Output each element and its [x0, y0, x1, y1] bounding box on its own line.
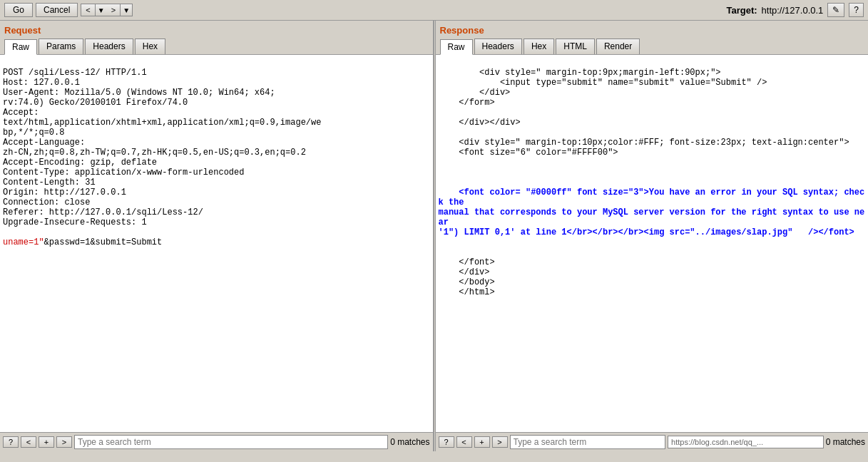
- request-matches: 0 matches: [390, 437, 429, 447]
- request-search-input[interactable]: [74, 435, 388, 449]
- request-payload-normal: &passwd=1&submit=Submit: [44, 237, 163, 247]
- request-body[interactable]: POST /sqli/Less-12/ HTTP/1.1 Host: 127.0…: [0, 55, 433, 432]
- tab-response-raw[interactable]: Raw: [440, 39, 473, 55]
- response-footer: ? < + > https://blog.csdn.net/qq_... 0 m…: [436, 432, 869, 451]
- request-payload-highlight: uname=1": [3, 237, 44, 247]
- help-button[interactable]: ?: [849, 3, 864, 17]
- toolbar-right: Target: http://127.0.0.1 ✎ ?: [726, 3, 864, 17]
- response-panel: Response Raw Headers Hex HTML Render <di…: [436, 21, 869, 451]
- response-next-btn[interactable]: >: [492, 436, 508, 448]
- response-error-line1: <font color= "#0000ff" font size="3">You…: [439, 188, 865, 237]
- response-body[interactable]: <div style=" margin-top:9px;margin-left:…: [436, 55, 869, 432]
- request-panel: Request Raw Params Headers Hex POST /sql…: [0, 21, 434, 451]
- tab-request-headers[interactable]: Headers: [85, 38, 133, 54]
- tab-response-html[interactable]: HTML: [556, 38, 595, 54]
- response-matches: 0 matches: [826, 437, 865, 447]
- response-tabs: Raw Headers Hex HTML Render: [440, 38, 864, 54]
- forward-button[interactable]: >: [107, 4, 121, 16]
- response-header: Response Raw Headers Hex HTML Render: [436, 21, 869, 55]
- cancel-button[interactable]: Cancel: [36, 3, 78, 17]
- request-content-line1: POST /sqli/Less-12/ HTTP/1.1 Host: 127.0…: [3, 68, 321, 227]
- tab-response-render[interactable]: Render: [596, 38, 640, 54]
- tab-request-raw[interactable]: Raw: [4, 39, 37, 55]
- target-label: Target:: [726, 5, 757, 16]
- response-add-btn[interactable]: +: [474, 436, 490, 448]
- request-prev-btn[interactable]: <: [21, 436, 36, 448]
- toolbar: Go Cancel < ▼ > ▼ Target: http://127.0.0…: [0, 0, 868, 21]
- toolbar-left: Go Cancel < ▼ > ▼: [4, 3, 133, 17]
- response-url-display: https://blog.csdn.net/qq_...: [668, 436, 824, 448]
- request-add-btn[interactable]: +: [39, 436, 54, 448]
- back-dropdown[interactable]: ▼: [96, 4, 107, 16]
- forward-dropdown[interactable]: ▼: [121, 4, 132, 16]
- request-tabs: Raw Params Headers Hex: [4, 38, 429, 54]
- tab-request-params[interactable]: Params: [39, 38, 83, 54]
- main-content: Request Raw Params Headers Hex POST /sql…: [0, 21, 868, 451]
- request-title: Request: [4, 24, 429, 38]
- response-content-end: </font> </div> </body> </html>: [439, 257, 495, 297]
- request-footer: ? < + > 0 matches: [0, 432, 433, 451]
- request-help-btn[interactable]: ?: [3, 436, 19, 448]
- response-title: Response: [440, 24, 864, 38]
- back-button[interactable]: <: [81, 4, 95, 16]
- tab-response-headers[interactable]: Headers: [474, 38, 522, 54]
- request-next-btn[interactable]: >: [56, 436, 72, 448]
- response-search-input[interactable]: [510, 435, 666, 449]
- go-button[interactable]: Go: [4, 3, 33, 17]
- target-url: http://127.0.0.1: [762, 5, 824, 16]
- tab-request-hex[interactable]: Hex: [135, 38, 165, 54]
- tab-response-hex[interactable]: Hex: [524, 38, 554, 54]
- back-forward-group: < ▼ > ▼: [81, 4, 133, 16]
- response-content: <div style=" margin-top:9px;margin-left:…: [439, 68, 849, 158]
- edit-target-button[interactable]: ✎: [827, 3, 844, 17]
- response-help-btn[interactable]: ?: [439, 436, 454, 448]
- response-prev-btn[interactable]: <: [456, 436, 472, 448]
- request-header: Request Raw Params Headers Hex: [0, 21, 433, 55]
